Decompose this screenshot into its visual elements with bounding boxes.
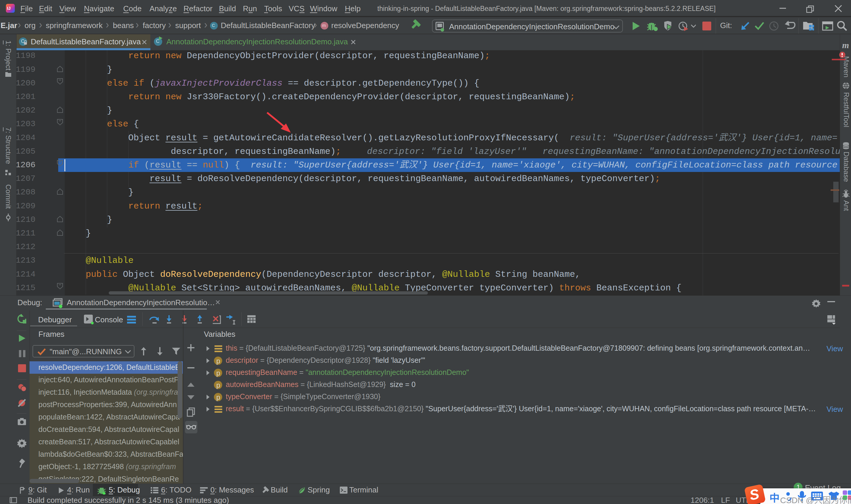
- svg-text:p: p: [216, 357, 220, 365]
- svg-text:p: p: [216, 393, 220, 401]
- svg-text:p: p: [216, 381, 220, 389]
- svg-text:p: p: [216, 369, 220, 377]
